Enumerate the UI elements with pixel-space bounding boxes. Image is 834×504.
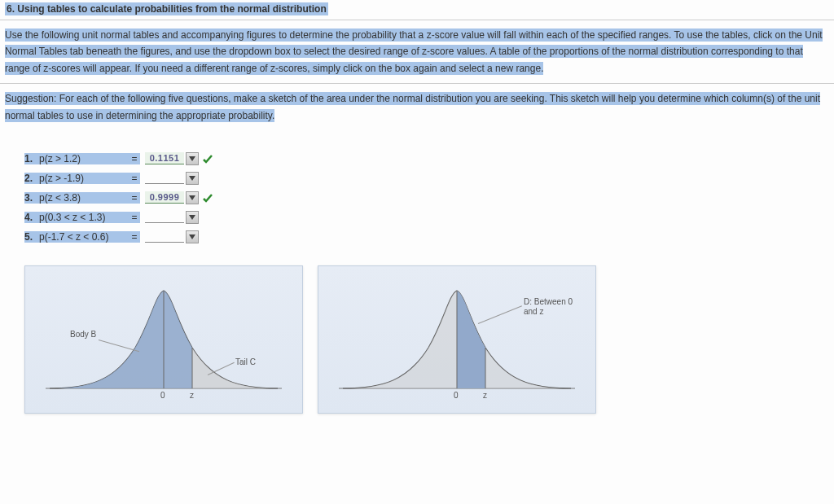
figure-body-tail: 0 z Body B Tail C [24,265,303,414]
mark-placeholder [200,210,215,225]
axis-z-label: z [190,391,194,400]
question-row-5: 5. p(-1.7 < z < 0.6) = [24,228,829,246]
answer-value: 0.1151 [145,152,184,164]
chevron-down-icon[interactable] [186,172,199,185]
correct-check-icon [200,191,215,205]
between-annotation-line2: and z [524,307,573,317]
question-label: p(z < 3.8) [39,192,129,204]
question-row-4: 4. p(0.3 < z < 1.3) = [24,208,829,226]
answer-value [145,230,184,243]
chevron-down-icon[interactable] [186,152,199,165]
body-b-annotation: Body B [70,330,96,339]
equals-sign: = [129,231,140,243]
between-annotation: D: Between 0 and z [524,297,573,317]
axis-zero-label: 0 [160,391,165,400]
answer-dropdown-3[interactable]: 0.9999 [145,191,199,204]
question-row-3: 3. p(z < 3.8) = 0.9999 [24,189,829,207]
svg-marker-4 [189,234,195,239]
svg-marker-3 [189,215,195,220]
between-annotation-line1: D: Between 0 [524,297,573,307]
svg-marker-1 [189,176,195,181]
question-number: 2. [24,173,39,184]
question-row-2: 2. p(z > -1.9) = [24,169,829,187]
question-label: p(0.3 < z < 1.3) [39,212,129,223]
suggestion-text: Suggestion: For each of the following fi… [5,92,820,121]
axis-z-label: z [483,391,487,400]
section-title: 6. Using tables to calculate probabiliti… [5,2,328,15]
figures-row: 0 z Body B Tail C 0 z D: Between 0 and z [0,257,834,430]
mark-placeholder [200,171,215,186]
chevron-down-icon[interactable] [186,191,199,204]
answer-value [145,172,184,184]
answer-value [145,211,184,223]
answer-dropdown-1[interactable]: 0.1151 [145,152,199,165]
svg-marker-2 [189,195,195,200]
chevron-down-icon[interactable] [186,211,199,224]
equals-sign: = [129,173,140,184]
instructions-text: Use the following unit normal tables and… [5,28,823,75]
correct-check-icon [200,151,215,166]
question-number: 1. [24,153,39,164]
answer-dropdown-2[interactable] [145,172,199,185]
instructions-paragraph: Use the following unit normal tables and… [0,20,834,84]
chevron-down-icon[interactable] [186,230,199,243]
suggestion-paragraph: Suggestion: For each of the following fi… [0,84,834,130]
question-label: p(-1.7 < z < 0.6) [39,231,129,243]
question-number: 5. [24,231,39,243]
figure-between: 0 z D: Between 0 and z [318,265,596,414]
question-number: 4. [24,212,39,223]
svg-marker-0 [189,156,195,161]
question-number: 3. [24,192,39,204]
question-label: p(z > -1.9) [39,173,129,184]
question-label: p(z > 1.2) [39,153,129,164]
equals-sign: = [129,192,140,204]
tail-c-annotation: Tail C [235,357,256,366]
mark-placeholder [200,230,215,244]
axis-zero-label: 0 [454,391,459,400]
questions-list: 1. p(z > 1.2) = 0.1151 2. p(z > -1.9) = [0,130,834,257]
answer-value: 0.9999 [145,191,184,204]
section-title-row: 6. Using tables to calculate probabiliti… [0,0,834,20]
question-row-1: 1. p(z > 1.2) = 0.1151 [24,150,829,168]
answer-dropdown-4[interactable] [145,211,199,224]
answer-dropdown-5[interactable] [145,230,199,243]
equals-sign: = [129,153,140,164]
equals-sign: = [129,212,140,223]
